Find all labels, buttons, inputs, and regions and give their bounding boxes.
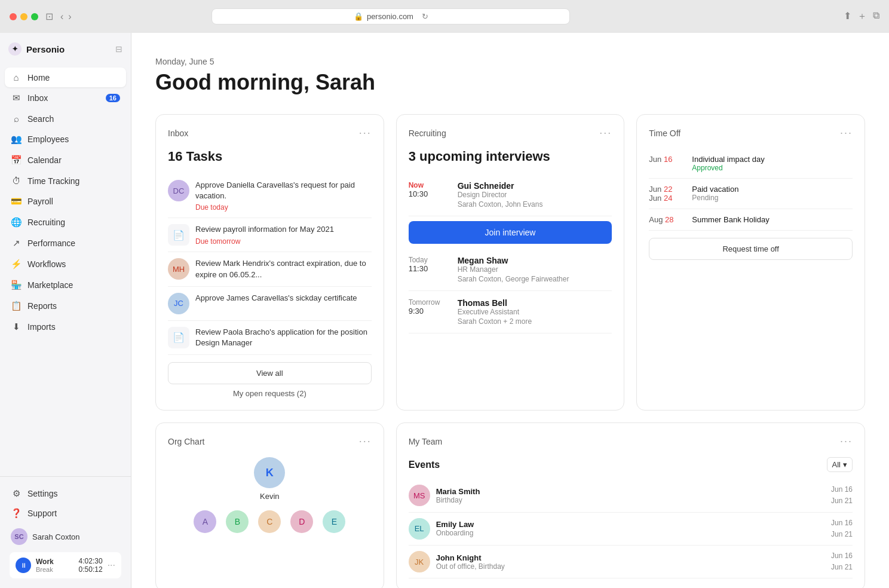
interview-attendees: Sarah Coxton, George Fairweather: [458, 275, 569, 283]
share-icon[interactable]: ⬆: [844, 10, 851, 23]
close-dot[interactable]: [10, 13, 17, 20]
sidebar-item-employees[interactable]: 👥 Employees: [5, 129, 126, 149]
org-card-title: Org Chart: [168, 437, 204, 446]
sidebar-item-label: Recruiting: [27, 218, 65, 227]
timer-pause-button[interactable]: ⏸: [16, 558, 31, 573]
address-bar[interactable]: 🔒 personio.com ↻: [211, 8, 570, 24]
inbox-card-menu-icon[interactable]: ···: [359, 127, 372, 139]
sidebar-toggle-button[interactable]: ⊡: [45, 11, 53, 22]
inbox-icon: ✉: [11, 93, 22, 103]
imports-icon: ⬇: [11, 321, 22, 332]
minimize-dot[interactable]: [20, 13, 27, 20]
inbox-card-title: Inbox: [168, 128, 188, 138]
sidebar-item-label: Workflows: [27, 259, 66, 269]
filter-label: All: [832, 460, 841, 469]
page-date: Monday, June 5: [155, 57, 865, 66]
request-timeoff-button[interactable]: Request time off: [649, 238, 853, 260]
sidebar-item-calendar[interactable]: 📅 Calendar: [5, 150, 126, 170]
org-sub-avatar[interactable]: B: [226, 510, 249, 533]
interview-info: Thomas Bell Executive Assistant Sarah Co…: [458, 298, 532, 326]
list-item[interactable]: EL Emily Law Onboarding Jun 16 Jun 21: [409, 513, 853, 546]
sidebar-item-label: Employees: [27, 134, 69, 144]
tabs-icon[interactable]: ⧉: [873, 10, 879, 23]
task-text: Review payroll information for May 2021: [195, 224, 334, 235]
event-date-end: Jun 21: [831, 529, 853, 540]
sidebar-item-payroll[interactable]: 💳 Payroll: [5, 191, 126, 212]
org-center-person[interactable]: K Kevin: [254, 457, 285, 501]
list-item[interactable]: Today 11:30 Megan Shaw HR Manager Sarah …: [409, 249, 612, 291]
sidebar-item-label: Payroll: [27, 197, 53, 206]
sidebar-collapse-button[interactable]: ⊟: [115, 44, 122, 54]
recruiting-card-menu-icon[interactable]: ···: [599, 127, 612, 139]
org-sub-avatar[interactable]: A: [194, 510, 216, 533]
sidebar-item-time-tracking[interactable]: ⏱ Time Tracking: [5, 171, 126, 191]
team-avatar: MS: [409, 485, 430, 506]
list-item[interactable]: Now 10:30 Gui Schneider Design Director …: [409, 174, 612, 216]
list-item[interactable]: DC Approve Daniella Caravellas's request…: [168, 174, 372, 218]
my-team-card-header: My Team ···: [409, 435, 853, 448]
sidebar-item-reports[interactable]: 📋 Reports: [5, 296, 126, 316]
sidebar-item-imports[interactable]: ⬇ Imports: [5, 317, 126, 337]
interviewee-role: Design Director: [458, 191, 543, 199]
org-avatar: K: [254, 457, 285, 488]
timeoff-card: Time Off ··· Jun 16 Individual impact da…: [636, 114, 865, 411]
org-sub-avatar[interactable]: C: [258, 510, 281, 533]
timer-work-time: 4:02:30: [79, 557, 103, 565]
org-card-menu-icon[interactable]: ···: [359, 435, 372, 448]
sidebar-item-support[interactable]: ❓ Support: [5, 504, 126, 523]
sidebar-item-recruiting[interactable]: 🌐 Recruiting: [5, 212, 126, 232]
sidebar: ✦ Personio ⊟ ⌂ Home ✉ Inbox 16 ⌕ Search …: [0, 33, 131, 588]
user-name: Sarah Coxton: [32, 532, 80, 541]
list-item[interactable]: 📄 Review payroll information for May 202…: [168, 218, 372, 252]
inbox-card-header: Inbox ···: [168, 127, 372, 139]
interview-attendees: Sarah Coxton + 2 more: [458, 317, 532, 326]
join-interview-button[interactable]: Join interview: [409, 221, 612, 244]
team-event-name: Maria Smith: [436, 487, 825, 496]
org-sub-avatar[interactable]: D: [290, 510, 313, 533]
browser-chrome: ⊡ ‹ › 🔒 personio.com ↻ ⬆ ＋ ⧉: [0, 0, 889, 33]
back-button[interactable]: ‹: [60, 11, 63, 22]
open-requests-link[interactable]: My open requests (2): [168, 389, 372, 398]
interview-time-label: Tomorrow: [409, 298, 450, 307]
interview-time: Now 10:30: [409, 181, 450, 209]
list-item[interactable]: JK John Knight Out of office, Birthday J…: [409, 546, 853, 578]
list-item[interactable]: MS Maria Smith Birthday Jun 16 Jun 21: [409, 479, 853, 512]
org-chart-card: Org Chart ··· K Kevin A B C D E: [155, 422, 384, 588]
timer-menu-icon[interactable]: ···: [108, 560, 115, 571]
sidebar-item-inbox[interactable]: ✉ Inbox 16: [5, 88, 126, 108]
sidebar-item-workflows[interactable]: ⚡ Workflows: [5, 254, 126, 274]
org-chart-center: K Kevin: [168, 457, 372, 501]
sidebar-item-performance[interactable]: ↗ Performance: [5, 233, 126, 253]
recruiting-card-header: Recruiting ···: [409, 127, 612, 139]
timeoff-card-header: Time Off ···: [649, 127, 853, 139]
interviewee-name: Thomas Bell: [458, 298, 532, 308]
list-item[interactable]: Tomorrow 9:30 Thomas Bell Executive Assi…: [409, 291, 612, 333]
timeoff-info: Summer Bank Holiday: [692, 215, 769, 224]
new-tab-icon[interactable]: ＋: [857, 10, 867, 23]
time-tracking-icon: ⏱: [11, 176, 22, 186]
list-item[interactable]: MH Review Mark Hendrix's contract expira…: [168, 252, 372, 286]
sidebar-item-search[interactable]: ⌕ Search: [5, 109, 126, 128]
timeoff-card-menu-icon[interactable]: ···: [840, 127, 853, 139]
events-filter-dropdown[interactable]: All ▾: [827, 457, 853, 472]
reload-icon[interactable]: ↻: [422, 12, 428, 21]
interview-time-value: 11:30: [409, 264, 450, 273]
timeoff-date: Jun 16: [649, 155, 685, 164]
interviewee-name: Megan Shaw: [458, 256, 569, 265]
list-item: Jun 16 Individual impact day Approved: [649, 149, 853, 179]
view-all-button[interactable]: View all: [168, 362, 372, 384]
interviews-count: 3 upcoming interviews: [409, 149, 612, 164]
search-nav-icon: ⌕: [11, 114, 22, 124]
sidebar-item-home[interactable]: ⌂ Home: [5, 68, 126, 87]
settings-icon: ⚙: [11, 488, 22, 499]
fullscreen-dot[interactable]: [31, 13, 38, 20]
my-team-card-menu-icon[interactable]: ···: [840, 435, 853, 448]
my-team-card-title: My Team: [409, 437, 443, 446]
avatar: SC: [11, 528, 27, 545]
sidebar-item-settings[interactable]: ⚙ Settings: [5, 484, 126, 503]
list-item[interactable]: JC Approve James Caravellas's sickday ce…: [168, 287, 372, 321]
list-item[interactable]: 📄 Review Paola Bracho's application for …: [168, 321, 372, 355]
org-sub-avatar[interactable]: E: [323, 510, 345, 533]
sidebar-item-marketplace[interactable]: 🏪 Marketplace: [5, 275, 126, 295]
forward-button[interactable]: ›: [68, 11, 71, 22]
